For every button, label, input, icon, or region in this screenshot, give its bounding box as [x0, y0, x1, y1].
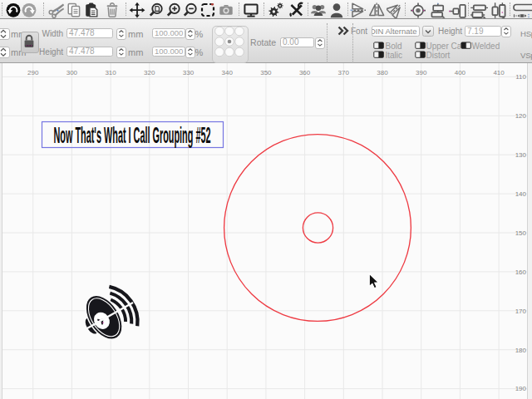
svg-text:320: 320 [144, 69, 155, 76]
svg-text:410: 410 [493, 69, 505, 76]
svg-text:180: 180 [515, 347, 527, 354]
svg-text:400: 400 [455, 69, 466, 76]
svg-text:290: 290 [27, 69, 39, 76]
svg-text:170: 170 [515, 308, 527, 315]
svg-text:140: 140 [515, 190, 527, 198]
svg-text:380: 380 [377, 69, 388, 76]
svg-text:130: 130 [515, 151, 527, 159]
svg-text:360: 360 [299, 69, 311, 76]
svg-text:340: 340 [222, 69, 234, 76]
svg-text:Now That's What I Call Groupin: Now That's What I Call Grouping #52 [54, 122, 211, 148]
svg-text:110: 110 [515, 73, 526, 81]
svg-text:160: 160 [515, 268, 527, 276]
svg-text:330: 330 [183, 69, 195, 76]
svg-text:190: 190 [515, 385, 527, 392]
svg-text:370: 370 [338, 69, 350, 76]
svg-text:350: 350 [260, 69, 272, 76]
svg-text:120: 120 [515, 112, 527, 120]
svg-text:390: 390 [416, 69, 427, 76]
svg-text:310: 310 [105, 69, 116, 76]
svg-text:150: 150 [515, 229, 527, 237]
svg-text:300: 300 [66, 69, 78, 76]
